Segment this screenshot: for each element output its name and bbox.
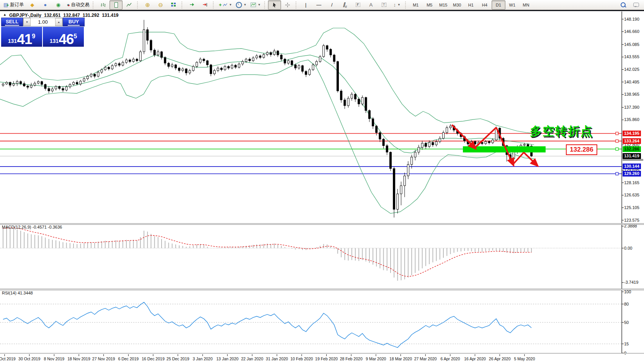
date-axis-label: 6 Apr 2020 [440,356,460,361]
chart-shift-icon [202,2,208,7]
timeframe-button-m1[interactable]: M1 [409,0,423,10]
sell-button[interactable]: SELL [1,18,23,26]
date-axis-label: 13 Jan 2020 [216,356,239,361]
crosshair-button[interactable] [281,0,294,10]
auto-scroll-icon [189,2,195,7]
indicators-icon: + [219,2,222,7]
vertical-line-icon: | [305,2,306,7]
buy-button[interactable]: BUY [63,18,85,26]
candlestick-button[interactable] [110,0,123,10]
toolbar-separator [93,2,95,8]
timeframe-button-h1[interactable]: H1 [464,0,478,10]
sell-price-display[interactable]: 131419 [1,27,42,47]
trendline-button[interactable]: / [325,0,338,10]
date-axis-label: 5 May 2020 [514,356,535,361]
timeframe-button-m5[interactable]: M5 [423,0,436,10]
zoom-out-icon: ⊖ [158,2,163,8]
horizontal-line-button[interactable]: — [312,0,325,10]
macd-pane-separator[interactable] [0,223,644,225]
navigator-icon: ● [44,2,47,7]
cursor-button[interactable] [268,0,281,10]
timeframe-button-w1[interactable]: W1 [505,0,519,10]
bar-chart-button[interactable] [96,0,110,10]
vertical-line-button[interactable]: | [299,0,312,10]
price-axis-tick: 137.390 [624,105,639,110]
turning-point-annotation[interactable]: 多空转折点 [530,123,593,139]
macd-value-signal: -0.3636 [48,225,62,229]
buy-price-prefix: 131 [50,38,59,44]
periods-clock-icon [236,2,242,8]
indicators-button[interactable]: +▼ [217,0,234,10]
label-button[interactable]: T [378,0,391,10]
main-toolbar: ▤+ 新订单 ◆ ● ◉ ●● 自动交易 ⊕ ⊖ [0,0,644,10]
zoom-out-button[interactable]: ⊖ [154,0,167,10]
tile-windows-button[interactable] [167,0,180,10]
line-chart-icon [126,2,132,8]
collapse-arrow-icon[interactable]: ▲ [3,13,7,18]
price-axis-tick: 135.860 [624,117,639,122]
autotrade-icon: ●● [67,2,70,7]
date-axis-label: 16 Dec 2019 [142,356,165,361]
price-axis-tick: 148.190 [624,17,639,21]
toolbar-separator [137,2,139,8]
macd-name: MACD(12,26,9) [2,225,31,229]
buy-price-sup: 5 [74,33,77,40]
price-axis-tick: 142.025 [624,67,639,72]
date-axis-label: 19 Feb 2020 [315,356,338,361]
search-button[interactable] [616,0,629,10]
fibonacci-button[interactable]: F [351,0,364,10]
channel-button[interactable]: ∥E [338,0,351,10]
text-icon: A [369,2,373,7]
ohlc-high: 132.847 [63,13,80,18]
volume-decrease-button[interactable]: ▼ [23,18,31,26]
macd-axis-tick: -3.7419 [624,280,638,285]
new-order-button[interactable]: ▤+ 新订单 [2,0,26,10]
rsi-name: RSI(14) [2,291,16,295]
community-chat-button[interactable] [629,0,642,10]
volume-value[interactable]: 1.00 [31,18,55,26]
signals-button[interactable]: ◉ [52,0,65,10]
bar-chart-icon [100,2,106,8]
date-axis-label: 8 Nov 2019 [44,356,64,361]
auto-trading-button[interactable]: ●● 自动交易 [65,0,91,10]
rsi-axis-tick: 50 [624,320,629,325]
one-click-trading-panel: SELL ▼ 1.00 ▲ BUY 131419 131465 [1,18,85,47]
rsi-pane-separator[interactable] [0,289,644,290]
price-axis-tick: 125.105 [624,205,639,210]
date-axis-label: 22 Jan 2020 [241,356,263,361]
timeframe-button-mn[interactable]: MN [519,0,533,10]
line-chart-button[interactable] [123,0,136,10]
buy-price-display[interactable]: 131465 [43,27,84,47]
timeframe-button-m30[interactable]: M30 [450,0,464,10]
toolbar-separator [405,2,407,8]
price-axis-tick: 138.965 [624,92,639,96]
shapes-button[interactable]: ↕▼ [391,0,404,10]
macd-axis-tick: 0.00 [624,246,632,250]
price-tag-annotation[interactable]: 132.286 [566,144,597,155]
volume-increase-button[interactable]: ▲ [55,18,62,26]
text-button[interactable]: A [364,0,378,10]
price-badge-130.144: 130.144 [623,164,641,169]
label-icon: T [382,3,386,7]
market-watch-icon: ◆ [30,2,34,7]
chevron-down-icon: ▼ [244,3,247,7]
templates-button[interactable]: ▼ [248,0,263,10]
price-badge-131.419: 131.419 [623,153,641,159]
sell-price-prefix: 131 [8,38,17,44]
chart-shift-button[interactable] [198,0,211,10]
auto-scroll-button[interactable] [185,0,198,10]
timeframe-button-m15[interactable]: M15 [436,0,450,10]
crosshair-icon [285,2,290,8]
price-badge-133.264: 133.264 [623,138,641,144]
navigator-button[interactable]: ● [39,0,52,10]
price-axis-tick: 145.085 [624,42,639,47]
rsi-label-line: RSI(14) 41.3448 [2,291,33,295]
periods-button[interactable]: ▼ [234,0,248,10]
price-badge-132.286: 132.286 [623,146,641,152]
zoom-in-button[interactable]: ⊕ [141,0,154,10]
timeframe-button-d1[interactable]: D1 [492,0,505,10]
timeframe-button-h4[interactable]: H4 [478,0,492,10]
symbol-title: GBPJPY-,Daily [9,13,41,18]
market-watch-button[interactable]: ◆ [26,0,39,10]
macd-label-line: MACD(12,26,9) -0.4571 -0.3636 [2,225,62,229]
